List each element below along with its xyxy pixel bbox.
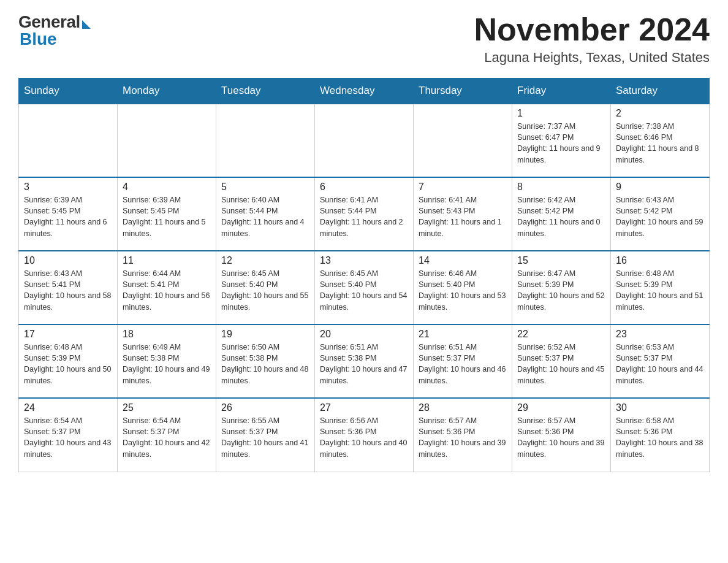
calendar-day-cell: 13Sunrise: 6:45 AM Sunset: 5:40 PM Dayli…: [315, 251, 414, 324]
day-info: Sunrise: 6:46 AM Sunset: 5:40 PM Dayligh…: [419, 268, 507, 313]
calendar-day-cell: 6Sunrise: 6:41 AM Sunset: 5:44 PM Daylig…: [315, 177, 414, 251]
day-info: Sunrise: 6:43 AM Sunset: 5:41 PM Dayligh…: [24, 268, 112, 313]
calendar-day-cell: 4Sunrise: 6:39 AM Sunset: 5:45 PM Daylig…: [118, 177, 216, 251]
calendar-week-row: 10Sunrise: 6:43 AM Sunset: 5:41 PM Dayli…: [19, 251, 710, 324]
calendar-day-header: Sunday: [19, 79, 118, 104]
day-number: 16: [616, 255, 704, 266]
day-number: 2: [616, 108, 704, 119]
calendar-day-cell: 12Sunrise: 6:45 AM Sunset: 5:40 PM Dayli…: [216, 251, 315, 324]
calendar-day-cell: 19Sunrise: 6:50 AM Sunset: 5:38 PM Dayli…: [216, 324, 315, 398]
day-info: Sunrise: 6:55 AM Sunset: 5:37 PM Dayligh…: [221, 415, 309, 460]
calendar-day-cell: [216, 104, 315, 177]
day-info: Sunrise: 6:49 AM Sunset: 5:38 PM Dayligh…: [123, 342, 211, 386]
day-info: Sunrise: 6:57 AM Sunset: 5:36 PM Dayligh…: [419, 415, 507, 460]
day-number: 24: [24, 402, 112, 413]
calendar-week-row: 1Sunrise: 7:37 AM Sunset: 6:47 PM Daylig…: [19, 104, 710, 177]
calendar-day-cell: 2Sunrise: 7:38 AM Sunset: 6:46 PM Daylig…: [611, 104, 710, 177]
calendar-day-cell: [19, 104, 118, 177]
day-number: 7: [419, 182, 507, 193]
logo: General Blue: [18, 12, 91, 49]
calendar-day-cell: [414, 104, 512, 177]
calendar-day-header: Wednesday: [315, 79, 414, 104]
logo-blue-text: Blue: [20, 29, 57, 49]
calendar-day-cell: 20Sunrise: 6:51 AM Sunset: 5:38 PM Dayli…: [315, 324, 414, 398]
calendar-day-cell: 16Sunrise: 6:48 AM Sunset: 5:39 PM Dayli…: [611, 251, 710, 324]
title-block: November 2024 Laguna Heights, Texas, Uni…: [474, 12, 710, 66]
day-info: Sunrise: 6:39 AM Sunset: 5:45 PM Dayligh…: [123, 194, 211, 239]
calendar-day-header: Friday: [512, 79, 611, 104]
calendar-day-cell: 8Sunrise: 6:42 AM Sunset: 5:42 PM Daylig…: [512, 177, 611, 251]
calendar-day-cell: 14Sunrise: 6:46 AM Sunset: 5:40 PM Dayli…: [414, 251, 512, 324]
calendar-table: SundayMondayTuesdayWednesdayThursdayFrid…: [18, 78, 710, 472]
day-info: Sunrise: 6:54 AM Sunset: 5:37 PM Dayligh…: [24, 415, 112, 460]
day-number: 21: [419, 329, 507, 340]
day-info: Sunrise: 6:52 AM Sunset: 5:37 PM Dayligh…: [517, 342, 605, 386]
day-info: Sunrise: 6:41 AM Sunset: 5:44 PM Dayligh…: [320, 194, 408, 239]
day-number: 9: [616, 182, 704, 193]
day-info: Sunrise: 7:37 AM Sunset: 6:47 PM Dayligh…: [517, 121, 605, 166]
day-number: 18: [123, 329, 211, 340]
page-header: General Blue November 2024 Laguna Height…: [18, 12, 710, 66]
day-info: Sunrise: 6:44 AM Sunset: 5:41 PM Dayligh…: [123, 268, 211, 313]
day-number: 6: [320, 182, 408, 193]
day-info: Sunrise: 6:56 AM Sunset: 5:36 PM Dayligh…: [320, 415, 408, 460]
calendar-day-cell: 7Sunrise: 6:41 AM Sunset: 5:43 PM Daylig…: [414, 177, 512, 251]
day-info: Sunrise: 6:48 AM Sunset: 5:39 PM Dayligh…: [616, 268, 704, 313]
day-number: 28: [419, 402, 507, 413]
calendar-day-cell: 30Sunrise: 6:58 AM Sunset: 5:36 PM Dayli…: [611, 398, 710, 472]
calendar-day-cell: 15Sunrise: 6:47 AM Sunset: 5:39 PM Dayli…: [512, 251, 611, 324]
calendar-day-cell: 18Sunrise: 6:49 AM Sunset: 5:38 PM Dayli…: [118, 324, 216, 398]
day-number: 11: [123, 255, 211, 266]
day-number: 5: [221, 182, 309, 193]
month-year-title: November 2024: [474, 12, 710, 47]
day-info: Sunrise: 6:57 AM Sunset: 5:36 PM Dayligh…: [517, 415, 605, 460]
day-number: 3: [24, 182, 112, 193]
calendar-week-row: 3Sunrise: 6:39 AM Sunset: 5:45 PM Daylig…: [19, 177, 710, 251]
calendar-day-cell: 24Sunrise: 6:54 AM Sunset: 5:37 PM Dayli…: [19, 398, 118, 472]
calendar-day-header: Monday: [118, 79, 216, 104]
calendar-day-cell: 29Sunrise: 6:57 AM Sunset: 5:36 PM Dayli…: [512, 398, 611, 472]
day-info: Sunrise: 6:51 AM Sunset: 5:37 PM Dayligh…: [419, 342, 507, 386]
day-number: 19: [221, 329, 309, 340]
calendar-day-cell: 5Sunrise: 6:40 AM Sunset: 5:44 PM Daylig…: [216, 177, 315, 251]
day-info: Sunrise: 6:47 AM Sunset: 5:39 PM Dayligh…: [517, 268, 605, 313]
day-number: 1: [517, 108, 605, 119]
day-info: Sunrise: 6:50 AM Sunset: 5:38 PM Dayligh…: [221, 342, 309, 386]
day-number: 8: [517, 182, 605, 193]
calendar-day-cell: 22Sunrise: 6:52 AM Sunset: 5:37 PM Dayli…: [512, 324, 611, 398]
day-info: Sunrise: 6:54 AM Sunset: 5:37 PM Dayligh…: [123, 415, 211, 460]
day-number: 17: [24, 329, 112, 340]
calendar-day-header: Thursday: [414, 79, 512, 104]
day-info: Sunrise: 6:41 AM Sunset: 5:43 PM Dayligh…: [419, 194, 507, 239]
day-number: 22: [517, 329, 605, 340]
calendar-day-cell: [118, 104, 216, 177]
calendar-day-cell: 1Sunrise: 7:37 AM Sunset: 6:47 PM Daylig…: [512, 104, 611, 177]
calendar-day-header: Saturday: [611, 79, 710, 104]
day-info: Sunrise: 6:45 AM Sunset: 5:40 PM Dayligh…: [221, 268, 309, 313]
day-number: 23: [616, 329, 704, 340]
calendar-day-cell: 27Sunrise: 6:56 AM Sunset: 5:36 PM Dayli…: [315, 398, 414, 472]
day-info: Sunrise: 6:51 AM Sunset: 5:38 PM Dayligh…: [320, 342, 408, 386]
calendar-day-cell: [315, 104, 414, 177]
location-subtitle: Laguna Heights, Texas, United States: [474, 50, 710, 66]
day-number: 10: [24, 255, 112, 266]
calendar-day-header: Tuesday: [216, 79, 315, 104]
calendar-week-row: 24Sunrise: 6:54 AM Sunset: 5:37 PM Dayli…: [19, 398, 710, 472]
calendar-day-cell: 17Sunrise: 6:48 AM Sunset: 5:39 PM Dayli…: [19, 324, 118, 398]
calendar-header-row: SundayMondayTuesdayWednesdayThursdayFrid…: [19, 79, 710, 104]
day-number: 20: [320, 329, 408, 340]
day-info: Sunrise: 6:42 AM Sunset: 5:42 PM Dayligh…: [517, 194, 605, 239]
day-info: Sunrise: 6:58 AM Sunset: 5:36 PM Dayligh…: [616, 415, 704, 460]
day-number: 30: [616, 402, 704, 413]
day-number: 14: [419, 255, 507, 266]
day-number: 26: [221, 402, 309, 413]
calendar-day-cell: 25Sunrise: 6:54 AM Sunset: 5:37 PM Dayli…: [118, 398, 216, 472]
day-number: 29: [517, 402, 605, 413]
day-info: Sunrise: 6:53 AM Sunset: 5:37 PM Dayligh…: [616, 342, 704, 386]
calendar-day-cell: 3Sunrise: 6:39 AM Sunset: 5:45 PM Daylig…: [19, 177, 118, 251]
day-number: 25: [123, 402, 211, 413]
calendar-day-cell: 21Sunrise: 6:51 AM Sunset: 5:37 PM Dayli…: [414, 324, 512, 398]
calendar-day-cell: 10Sunrise: 6:43 AM Sunset: 5:41 PM Dayli…: [19, 251, 118, 324]
calendar-day-cell: 28Sunrise: 6:57 AM Sunset: 5:36 PM Dayli…: [414, 398, 512, 472]
day-number: 15: [517, 255, 605, 266]
